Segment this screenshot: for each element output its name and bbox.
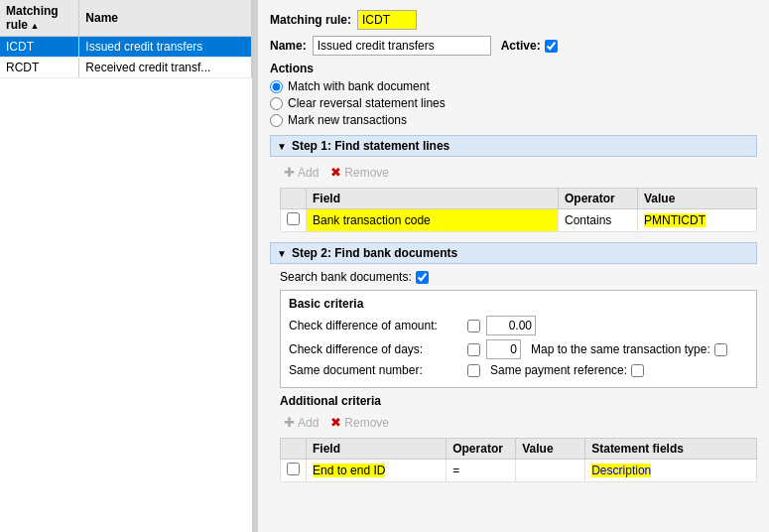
add-operator-col: Operator [447,439,516,460]
basic-criteria-title: Basic criteria [289,297,748,311]
basic-criteria-box: Basic criteria Check difference of amoun… [280,290,757,388]
step1-remove-button[interactable]: ✖ Remove [326,163,393,182]
add-row-field: End to end ID [307,460,447,482]
step1-add-button[interactable]: ✚ Add [280,163,322,182]
add-field-highlight: End to end ID [313,464,385,477]
table-row[interactable]: ICDT Issued credit transfers [0,37,252,58]
criteria-docnum-label: Same document number: [289,363,467,377]
step2-header: ▼ Step 2: Find bank documents [270,242,757,264]
table-row: End to end ID = Description [281,460,757,482]
step1-label: Step 1: Find statement lines [292,139,449,153]
additional-remove-button[interactable]: ✖ Remove [326,413,393,432]
criteria-amount-row: Check difference of amount: [289,316,748,335]
step1-header: ▼ Step 1: Find statement lines [270,135,757,157]
additional-table: Field Operator Value Statement fields En… [280,438,757,482]
criteria-days-row: Check difference of days: Map to the sam… [289,339,748,359]
search-bank-row: Search bank documents: [280,270,757,284]
add-row-check[interactable] [281,460,307,482]
action-mark-row: Mark new transactions [270,113,757,127]
add-row-operator: = [447,460,516,482]
criteria-days-input[interactable] [486,339,521,359]
add-icon: ✚ [284,165,295,180]
matching-rule-col-header[interactable]: Matching rule [0,0,79,37]
name-row: Name: Active: [270,36,757,56]
actions-section: Actions Match with bank document Clear r… [270,62,757,127]
step1-field-col: Field [307,189,559,209]
name-label: Name: [270,39,307,53]
step1-value-highlight: PMNTICDT [644,213,705,227]
step2-content: Search bank documents: Basic criteria Ch… [270,270,757,482]
additional-criteria-section: Additional criteria ✚ Add ✖ Remove Field… [280,394,757,482]
add-field-col: Field [307,439,447,460]
table-row: Bank transaction code Contains PMNTICDT [281,209,757,232]
add-value-col: Value [516,439,585,460]
left-panel: Matching rule Name ICDT Issued credit tr… [0,0,253,532]
search-bank-checkbox[interactable] [416,271,429,284]
matching-rule-input[interactable] [357,10,417,30]
step1-triangle: ▼ [277,141,287,152]
action-clear-row: Clear reversal statement lines [270,96,757,110]
remove-label2: Remove [344,416,389,430]
criteria-docnum-checkbox[interactable] [467,364,480,377]
rule-cell: ICDT [0,37,79,58]
criteria-amount-label: Check difference of amount: [289,319,467,332]
step1-content: ✚ Add ✖ Remove Field Operator Value [270,163,757,232]
step2-label: Step 2: Find bank documents [292,246,457,260]
add-label: Add [298,166,319,180]
step1-value-col: Value [638,189,757,209]
table-row[interactable]: RCDT Received credit transf... [0,58,252,78]
step1-row-value: PMNTICDT [638,209,757,232]
criteria-amount-checkbox[interactable] [467,320,480,332]
criteria-days-label: Check difference of days: [289,342,467,356]
step1-row-checkbox[interactable] [287,212,300,225]
add-row-checkbox[interactable] [287,463,300,475]
search-bank-label: Search bank documents: [280,270,412,284]
action-match-radio[interactable] [270,80,283,93]
active-label: Active: [501,39,541,53]
action-clear-label: Clear reversal statement lines [288,96,446,110]
name-cell: Received credit transf... [79,58,252,78]
add-row-statement: Description [585,460,757,482]
same-payment-checkbox[interactable] [631,364,644,377]
step2-triangle: ▼ [277,248,287,259]
actions-label: Actions [270,62,757,75]
criteria-days-checkbox[interactable] [467,343,480,356]
map-transaction-checkbox[interactable] [714,343,727,356]
add-check-col [281,439,307,460]
remove-label: Remove [344,166,389,180]
step1-toolbar: ✚ Add ✖ Remove [280,163,757,182]
add-statement-col: Statement fields [585,439,757,460]
action-mark-radio[interactable] [270,114,283,127]
add-statement-highlight: Description [591,464,651,477]
name-input[interactable] [313,36,491,56]
name-cell: Issued credit transfers [79,37,252,58]
action-clear-radio[interactable] [270,97,283,110]
name-col-header[interactable]: Name [79,0,252,37]
rule-cell: RCDT [0,58,79,78]
matching-rule-label: Matching rule: [270,13,351,27]
add-label2: Add [298,416,319,430]
action-mark-label: Mark new transactions [288,113,407,127]
criteria-amount-input[interactable] [486,316,536,335]
remove-icon: ✖ [330,165,341,180]
step1-row-operator: Contains [559,209,638,232]
remove-icon2: ✖ [330,415,341,430]
right-panel: Matching rule: Name: Active: Actions Mat… [258,0,769,532]
map-transaction-label: Map to the same transaction type: [531,342,710,356]
action-match-row: Match with bank document [270,79,757,93]
active-checkbox[interactable] [545,40,558,53]
action-match-label: Match with bank document [288,79,430,93]
step1-operator-col: Operator [559,189,638,209]
additional-add-button[interactable]: ✚ Add [280,413,322,432]
add-icon2: ✚ [284,415,295,430]
same-payment-label: Same payment reference: [490,363,627,377]
add-row-value [516,460,585,482]
step1-row-check[interactable] [281,209,307,232]
additional-criteria-title: Additional criteria [280,394,757,408]
criteria-docnum-row: Same document number: Same payment refer… [289,363,748,377]
step1-table: Field Operator Value Bank transaction co… [280,188,757,232]
step1-check-col [281,189,307,209]
rules-table: Matching rule Name ICDT Issued credit tr… [0,0,252,78]
matching-rule-row: Matching rule: [270,10,757,30]
additional-toolbar: ✚ Add ✖ Remove [280,413,757,432]
